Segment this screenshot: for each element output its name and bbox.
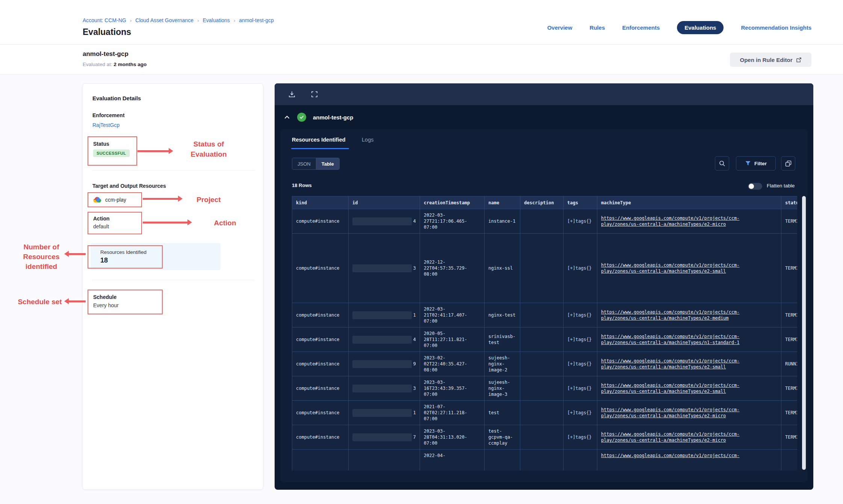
cell-id: 9	[349, 352, 420, 376]
cell-id: 7	[349, 425, 420, 450]
tab-logs[interactable]: Logs	[362, 137, 373, 143]
page-title: Evaluations	[83, 27, 131, 37]
machine-type-link[interactable]: https://www.googleapis.com/compute/v1/pr…	[601, 431, 777, 443]
nav-item-recommendation-insights[interactable]: Recommendation Insights	[741, 24, 811, 31]
machine-type-link[interactable]: https://www.googleapis.com/compute/v1/pr…	[601, 309, 777, 321]
schedule-annotation-box: Schedule Every hour	[88, 290, 163, 314]
machine-type-link[interactable]: https://www.googleapis.com/compute/v1/pr…	[601, 453, 777, 459]
tags-expander[interactable]: [+]tags{}	[567, 386, 592, 391]
cell-id: 3	[349, 234, 420, 303]
machine-type-link[interactable]: https://www.googleapis.com/compute/v1/pr…	[601, 407, 777, 419]
table-row: compute#instance92023-02-02T22:40:35.427…	[292, 352, 798, 376]
nav-item-enforcements[interactable]: Enforcements	[622, 24, 660, 31]
collapse-chevron-icon[interactable]	[284, 114, 290, 121]
results-toolbar	[275, 83, 813, 105]
cell-kind: compute#instance	[292, 209, 349, 234]
column-header-description: description	[520, 196, 564, 209]
annotation-status-of-evaluation: Status of Evaluation	[176, 139, 242, 159]
column-header-name: name	[485, 196, 520, 209]
cell-machine-type: https://www.googleapis.com/compute/v1/pr…	[597, 425, 781, 450]
tags-expander[interactable]: [+]tags{}	[567, 337, 592, 342]
machine-type-link[interactable]: https://www.googleapis.com/compute/v1/pr…	[601, 215, 777, 227]
enforcement-link[interactable]: RajTestGcp	[92, 122, 119, 128]
cell-creation-timestamp: 2023-03-28T04:31:13.020-07:00	[420, 425, 485, 450]
resources-identified-label: Resources Identified	[100, 249, 162, 255]
tags-expander[interactable]: [+]tags{}	[567, 312, 592, 318]
machine-type-link[interactable]: https://www.googleapis.com/compute/v1/pr…	[601, 333, 777, 346]
cell-status: TERMINATED	[781, 327, 798, 352]
column-header-machineType: machineType	[597, 196, 781, 209]
filter-button[interactable]: Filter	[736, 156, 776, 171]
nav-item-rules[interactable]: Rules	[589, 24, 605, 31]
tags-expander[interactable]: [+]tags{}	[567, 361, 592, 367]
cell-kind: compute#instance	[292, 425, 349, 450]
resources-annotation-box: Resources Identified 18	[88, 245, 163, 269]
nav-item-evaluations[interactable]: Evaluations	[677, 21, 724, 34]
cell-name: sujeesh-nginx-image-3	[485, 376, 520, 401]
machine-type-link[interactable]: https://www.googleapis.com/compute/v1/pr…	[601, 262, 777, 274]
annotation-arrow-status	[137, 150, 169, 152]
nav-item-overview[interactable]: Overview	[547, 24, 573, 31]
cell-name: test	[485, 401, 520, 425]
panel-evaluation-name: anmol-test-gcp	[313, 114, 354, 121]
search-button[interactable]	[715, 156, 729, 171]
cell-tags: [+]tags{}	[564, 352, 597, 376]
breadcrumb-link[interactable]: Account: CCM-NG	[83, 17, 126, 23]
table-row: compute#instance12022-03-21T02:41:17.407…	[292, 303, 798, 327]
cell-tags: [+]tags{}	[564, 376, 597, 401]
cell-description	[520, 401, 564, 425]
cell-creation-timestamp: 2022-03-27T21:17:06.465-07:00	[420, 209, 485, 234]
cell-kind: compute#instance	[292, 303, 349, 327]
cell-creation-timestamp: 2022-12-22T04:57:35.729-08:00	[420, 234, 485, 303]
status-label: Status	[93, 141, 136, 147]
tags-expander[interactable]: [+]tags{}	[567, 435, 592, 440]
copy-button[interactable]	[781, 156, 795, 171]
cell-id	[349, 450, 420, 471]
id-redaction-bar	[352, 311, 412, 319]
resources-identified-count: 18	[100, 257, 162, 264]
cell-status: TERMINATED	[781, 209, 798, 234]
machine-type-link[interactable]: https://www.googleapis.com/compute/v1/pr…	[601, 358, 777, 370]
machine-type-link[interactable]: https://www.googleapis.com/compute/v1/pr…	[601, 382, 777, 394]
cell-machine-type: https://www.googleapis.com/compute/v1/pr…	[597, 303, 781, 327]
redacted-id: 4	[352, 336, 416, 344]
cell-description	[520, 327, 564, 352]
cell-name: nginx-ssl	[485, 234, 520, 303]
cell-status: TERMINATED	[781, 234, 798, 303]
download-icon[interactable]	[287, 90, 296, 99]
open-in-rule-editor-button[interactable]: Open in Rule Editor	[730, 53, 811, 67]
tags-expander[interactable]: [+]tags{}	[567, 266, 592, 271]
view-table-option[interactable]: Table	[316, 158, 339, 169]
table-row: compute#instance32022-12-22T04:57:35.729…	[292, 234, 798, 303]
vertical-scrollbar[interactable]	[802, 196, 806, 470]
cell-id: 1	[349, 401, 420, 425]
id-tail-digit: 3	[413, 385, 416, 391]
project-chip-label[interactable]: ccm-play	[105, 197, 126, 203]
id-redaction-bar	[352, 264, 412, 272]
cell-description	[520, 303, 564, 327]
view-json-option[interactable]: JSON	[292, 158, 316, 169]
section-divider	[92, 280, 255, 280]
id-tail-digit: 1	[413, 312, 416, 318]
breadcrumb-link[interactable]: anmol-test-gcp	[239, 17, 274, 23]
annotation-schedule-set: Schedule set	[13, 297, 66, 307]
breadcrumb-link[interactable]: Cloud Asset Governance	[135, 17, 193, 23]
cell-description	[520, 209, 564, 234]
active-tab-underline	[291, 148, 349, 149]
copy-icon	[785, 160, 792, 167]
fullscreen-icon[interactable]	[310, 90, 319, 99]
table-row: compute#instance42022-03-27T21:17:06.465…	[292, 209, 798, 234]
resources-table: kindidcreationTimestampnamedescriptionta…	[292, 196, 797, 471]
tags-expander[interactable]: [+]tags{}	[567, 219, 592, 224]
success-check-icon	[297, 113, 306, 122]
flatten-table-toggle[interactable]	[748, 183, 762, 190]
toggle-knob	[749, 184, 754, 189]
cell-kind: compute#instance	[292, 376, 349, 401]
cell-kind	[292, 450, 349, 471]
tab-resources-identified[interactable]: Resources Identified	[292, 137, 346, 143]
tags-expander[interactable]: [+]tags{}	[567, 410, 592, 415]
cell-name: nginx-test	[485, 303, 520, 327]
results-inner-panel: Resources Identified Logs JSON Table Fil…	[281, 129, 807, 482]
breadcrumb-link[interactable]: Evaluations	[202, 17, 230, 23]
column-header-kind: kind	[292, 196, 349, 209]
